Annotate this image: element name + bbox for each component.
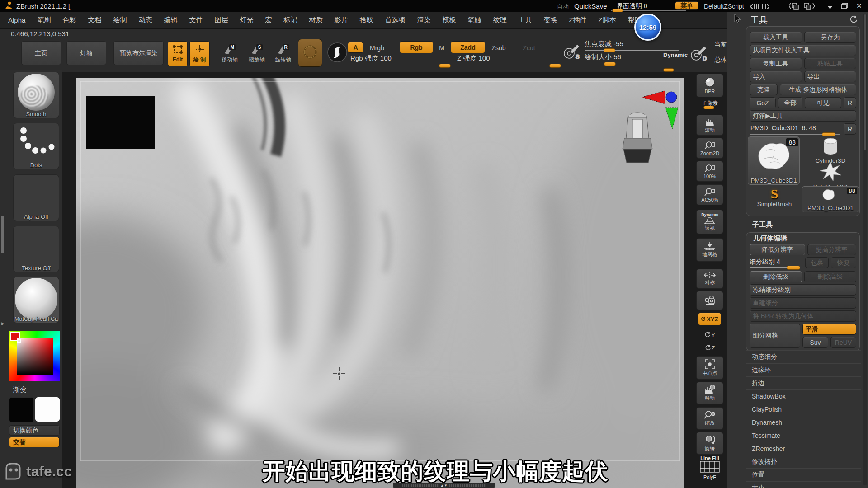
sdiv-slider[interactable]: 细分级别 4 — [750, 257, 803, 270]
lower-res-button[interactable]: 降低分辨率 — [750, 244, 805, 255]
minimize-icon[interactable] — [826, 4, 834, 12]
panel-scrollbar[interactable] — [863, 14, 867, 485]
focal-shift-handle[interactable] — [604, 48, 615, 52]
lightbox-button[interactable]: 灯箱 — [66, 41, 106, 65]
current-brush-button[interactable] — [298, 39, 322, 67]
menu-render[interactable]: 渲染 — [417, 16, 430, 24]
export-button[interactable]: 导出 — [804, 71, 857, 82]
rotate-canvas-button[interactable]: 旋转 — [696, 432, 723, 455]
menu-tool[interactable]: 工具 — [518, 16, 532, 24]
gradient-label[interactable]: 渐变 — [13, 385, 27, 394]
subpixel-handle[interactable] — [703, 106, 714, 109]
copy-tool-button[interactable]: 复制工具 — [750, 58, 802, 69]
menu-preferences[interactable]: 首选项 — [385, 16, 405, 24]
goz-visible-button[interactable]: 可见 — [805, 97, 841, 108]
higher-res-button[interactable]: 提高分辨率 — [807, 244, 856, 255]
goz-all-button[interactable]: 全部 — [778, 97, 802, 108]
menu-alpha[interactable]: Alpha — [8, 16, 25, 24]
geometry-title[interactable]: 几何体编辑 — [753, 234, 787, 243]
menu-transform[interactable]: 变换 — [543, 16, 557, 24]
section-tessimate[interactable]: Tessimate — [746, 429, 861, 442]
menu-zscript[interactable]: Z脚本 — [599, 16, 616, 24]
del-lower-button[interactable]: 删除低级 — [750, 271, 802, 282]
switch-colors-button[interactable]: 切换颜色 — [9, 425, 60, 436]
current-texture-thumb[interactable]: Texture Off — [13, 226, 59, 272]
alternate-button[interactable]: 交替 — [9, 437, 60, 447]
save-as-button[interactable]: 另存为 — [804, 32, 857, 43]
divide-button[interactable]: 细分网格 — [750, 324, 800, 348]
paste-tool-button[interactable]: 粘贴工具 — [804, 58, 857, 69]
menu-movie[interactable]: 影片 — [334, 16, 348, 24]
section-zremesher[interactable]: ZRemesher — [746, 442, 861, 455]
section-modify-topology[interactable]: 修改拓扑 — [746, 455, 861, 468]
xyz-rotation-button[interactable]: XYZ — [698, 313, 722, 325]
zcut-button[interactable]: Zcut — [519, 43, 539, 52]
subtitle-scrollbar[interactable]: ▲▼ — [393, 483, 495, 488]
section-crease[interactable]: 折边 — [746, 376, 861, 389]
current-stroke-thumb[interactable]: Dots — [13, 123, 59, 169]
perspective-button[interactable]: Dynamic 透视 — [696, 210, 723, 234]
goz-button[interactable]: GoZ — [750, 97, 776, 108]
home-button[interactable]: 主页 — [21, 41, 61, 65]
subtitle-scroll-arrows-icon[interactable]: ▲▼ — [440, 483, 448, 488]
subpixel-slider[interactable]: 子像素 — [696, 99, 723, 113]
goz-r-button[interactable]: R — [844, 97, 856, 108]
menu-document[interactable]: 文档 — [88, 16, 101, 24]
clone-button[interactable]: 克隆 — [750, 84, 778, 95]
panel-windows-icon[interactable] — [789, 2, 816, 12]
make-polymesh-button[interactable]: 生成 多边形网格物体 — [780, 84, 856, 95]
scale-canvas-button[interactable]: 缩放 — [696, 407, 723, 430]
sculpt-canvas[interactable] — [76, 78, 684, 488]
cube2-thumbnail[interactable]: 88 PM3D_Cube3D1 — [802, 186, 859, 212]
scale-axis-button[interactable]: S 缩放轴 — [244, 43, 269, 64]
reuv-button[interactable]: ReUV — [830, 337, 856, 348]
actual-size-button[interactable]: 100% — [696, 161, 723, 182]
active-tool-slider[interactable]: PM3D_Cube3D1_6. 48 — [750, 123, 841, 135]
panel-scrollbar-thumb[interactable] — [864, 14, 866, 150]
active-tool-r-button[interactable]: R — [844, 123, 856, 135]
mrgb-button[interactable]: Mrgb — [366, 43, 388, 52]
polyframe-button[interactable]: Line Fill PolyF — [696, 455, 723, 480]
sdiv-handle[interactable] — [787, 266, 800, 270]
draw-mode-button[interactable]: 绘 制 — [189, 41, 210, 66]
zoom2d-button[interactable]: Zoom2D — [696, 138, 723, 159]
rgb-intensity-slider[interactable]: Rgb 强度 100 — [350, 53, 451, 69]
menu-file[interactable]: 文件 — [189, 16, 203, 24]
menu-color[interactable]: 色彩 — [62, 16, 76, 24]
reconstruct-subdiv-button[interactable]: 重建细分 — [750, 297, 856, 309]
hue-ring-picker[interactable] — [9, 331, 60, 381]
move-canvas-button[interactable]: 移动 — [696, 382, 723, 404]
menu-picker[interactable]: 拾取 — [359, 16, 373, 24]
load-from-project-button[interactable]: 从项目文件载入工具 — [750, 45, 856, 56]
del-higher-button[interactable]: 删除高级 — [804, 271, 857, 282]
z-intensity-slider[interactable]: Z 强度 100 — [457, 53, 561, 69]
extra-slider-handle[interactable] — [663, 68, 674, 72]
suv-button[interactable]: Suv — [802, 337, 828, 348]
draw-size-handle[interactable] — [604, 62, 616, 66]
current-brush-thumb[interactable]: Smooth — [13, 72, 59, 118]
menu-marker[interactable]: 标记 — [283, 16, 297, 24]
z-rotation-button[interactable]: Z — [702, 342, 718, 354]
menu-texture[interactable]: 纹理 — [493, 16, 506, 24]
menu-macro[interactable]: 宏 — [265, 16, 272, 24]
smt-button[interactable]: 平滑 — [802, 324, 856, 335]
bpr-render-button[interactable]: BPR — [696, 74, 723, 97]
camera-lock-button[interactable] — [696, 291, 723, 310]
bpr-to-geo-button[interactable]: 将 BPR 转换为几何体 — [750, 310, 856, 322]
m-button[interactable]: M — [435, 43, 448, 52]
load-tool-button[interactable]: 载入工具 — [750, 32, 802, 43]
z-intensity-handle[interactable] — [549, 64, 561, 68]
section-position[interactable]: 位置 — [746, 468, 861, 481]
sv-indicator[interactable] — [17, 339, 21, 343]
shelf-scrollbar[interactable] — [1, 216, 4, 253]
section-shadowbox[interactable]: ShadowBox — [746, 389, 861, 403]
preview-boolean-button[interactable]: 预览布尔渲染 — [113, 41, 164, 65]
quicksave-button[interactable]: QuickSave — [574, 2, 607, 10]
floor-grid-button[interactable]: 地网格 — [696, 238, 723, 262]
current-stroke-button[interactable] — [326, 41, 348, 64]
menu-zplugin[interactable]: Z插件 — [569, 16, 586, 24]
close-icon[interactable]: ✕ — [856, 2, 862, 10]
subtool-section-title[interactable]: 子工具 — [752, 221, 773, 229]
antialiased-half-button[interactable]: AC50% — [696, 184, 723, 205]
zsub-button[interactable]: Zsub — [488, 43, 509, 52]
